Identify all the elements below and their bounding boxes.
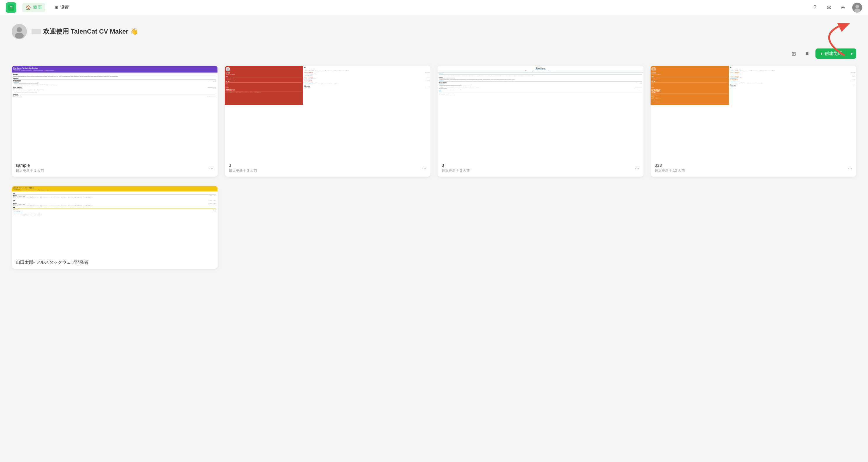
svg-point-7 bbox=[15, 33, 24, 38]
mail-icon: ✉ bbox=[827, 4, 831, 11]
resume-name-3: 3 bbox=[442, 163, 470, 168]
welcome-avatar bbox=[12, 24, 27, 39]
resume-date-1: 最近更新于 1 天前 bbox=[16, 168, 44, 173]
home-icon: 🏠 bbox=[26, 5, 31, 10]
help-button[interactable]: ? bbox=[810, 3, 819, 12]
resume-name-2: 3 bbox=[229, 163, 257, 168]
resume-more-1[interactable]: ··· bbox=[209, 165, 213, 171]
nav-settings[interactable]: ⚙ 设置 bbox=[51, 3, 72, 12]
svg-point-4 bbox=[854, 8, 860, 12]
welcome-section: 欢迎使用 TalenCat CV Maker 👋 bbox=[12, 24, 856, 39]
top-navigation: T 🏠 简历 ⚙ 设置 ? ✉ ☀ bbox=[0, 0, 868, 15]
theme-button[interactable]: ☀ bbox=[838, 3, 847, 12]
resume-card-ethan-purple: Ethan Burns- Full Stack Web Developer Br… bbox=[12, 66, 218, 177]
resume-date-3: 最近更新于 3 天前 bbox=[442, 168, 470, 173]
resume-card-footer-2: 3 最近更新于 3 天前 ··· bbox=[225, 159, 431, 177]
nav-home-label: 简历 bbox=[33, 5, 42, 10]
plus-icon: + bbox=[820, 51, 823, 56]
welcome-tag bbox=[32, 29, 41, 34]
user-avatar[interactable] bbox=[852, 3, 862, 12]
resume-card-footer-3: 3 最近更新于 3 天前 ··· bbox=[437, 159, 644, 177]
welcome-title: 欢迎使用 TalenCat CV Maker 👋 bbox=[43, 27, 138, 36]
resume-card-jp-red: 山田太郎 フルスタックウェブ開発者 連絡先 📍 東京都港区虎ノ門1丁目 📞 03… bbox=[225, 66, 431, 177]
help-icon: ? bbox=[813, 4, 816, 10]
resume-preview-ethan-purple[interactable]: Ethan Burns- Full Stack Web Developer Br… bbox=[12, 66, 218, 159]
nav-home[interactable]: 🏠 简历 bbox=[22, 3, 45, 12]
resume-preview-ethan-blue[interactable]: Ethan Burns Full Stack Web Developer 📍 B… bbox=[437, 66, 644, 159]
resume-card-footer-4: 333 最近更新于 10 天前 ··· bbox=[651, 159, 857, 177]
resume-preview-jp-amber[interactable]: 山田太郎 フルスタックウェブ開発者 連絡先 📍 東京都港区虎ノ門1丁目 📞 03… bbox=[651, 66, 857, 159]
resume-more-2[interactable]: ··· bbox=[422, 165, 426, 171]
sun-icon: ☀ bbox=[841, 4, 845, 11]
resume-date-4: 最近更新于 10 天前 bbox=[655, 168, 685, 173]
welcome-text-block: 欢迎使用 TalenCat CV Maker 👋 bbox=[32, 27, 138, 36]
list-view-button[interactable]: ≡ bbox=[802, 49, 812, 59]
resume-grid-top: Ethan Burns- Full Stack Web Developer Br… bbox=[12, 66, 856, 177]
resume-more-3[interactable]: ··· bbox=[635, 165, 639, 171]
nav-right-actions: ? ✉ ☀ bbox=[810, 3, 862, 12]
nav-settings-label: 设置 bbox=[60, 5, 69, 10]
chevron-down-icon: ▼ bbox=[850, 52, 854, 56]
svg-point-3 bbox=[856, 5, 859, 8]
grid-icon: ⊞ bbox=[792, 51, 796, 57]
app-logo[interactable]: T bbox=[6, 2, 17, 13]
mail-button[interactable]: ✉ bbox=[824, 3, 834, 12]
grid-view-button[interactable]: ⊞ bbox=[788, 49, 799, 59]
create-resume-button[interactable]: + 创建简历 ▼ bbox=[815, 49, 856, 59]
resume-card-ethan-blue: Ethan Burns Full Stack Web Developer 📍 B… bbox=[437, 66, 644, 177]
resume-more-4[interactable]: ··· bbox=[848, 165, 852, 171]
resume-name-4: 333 bbox=[655, 163, 685, 168]
svg-text:T: T bbox=[10, 5, 12, 10]
resume-preview-jp-yellow[interactable]: 山田太郎- フルスタックウェブ開発者 📍 東京都港区虎ノ門 🔗 LinkedIn… bbox=[12, 186, 218, 256]
create-resume-label: 创建简历 bbox=[825, 51, 842, 56]
resume-toolbar: ⊞ ≡ + 创建简历 ▼ bbox=[12, 49, 856, 59]
settings-icon: ⚙ bbox=[55, 5, 58, 10]
resume-name-5: 山田太郎- フルスタックウェブ開発者 bbox=[16, 260, 88, 265]
resume-preview-jp-red[interactable]: 山田太郎 フルスタックウェブ開発者 連絡先 📍 東京都港区虎ノ門1丁目 📞 03… bbox=[225, 66, 431, 159]
resume-card-jp-yellow: 山田太郎- フルスタックウェブ開発者 📍 東京都港区虎ノ門 🔗 LinkedIn… bbox=[12, 186, 218, 269]
resume-date-2: 最近更新于 3 天前 bbox=[229, 168, 257, 173]
resume-name-1: sample bbox=[16, 163, 44, 168]
main-content: 欢迎使用 TalenCat CV Maker 👋 ⊞ ≡ + 创建简历 ▼ bbox=[0, 15, 868, 278]
create-resume-dropdown[interactable]: ▼ bbox=[847, 49, 856, 58]
svg-point-6 bbox=[17, 27, 22, 32]
resume-card-footer-1: sample 最近更新于 1 天前 ··· bbox=[12, 159, 218, 177]
resume-grid-bottom: 山田太郎- フルスタックウェブ開発者 📍 東京都港区虎ノ門 🔗 LinkedIn… bbox=[12, 186, 856, 269]
resume-card-footer-5: 山田太郎- フルスタックウェブ開発者 bbox=[12, 256, 218, 269]
create-resume-main[interactable]: + 创建简历 bbox=[815, 49, 847, 59]
list-icon: ≡ bbox=[806, 51, 809, 57]
resume-card-jp-amber: 山田太郎 フルスタックウェブ開発者 連絡先 📍 東京都港区虎ノ門1丁目 📞 03… bbox=[651, 66, 857, 177]
